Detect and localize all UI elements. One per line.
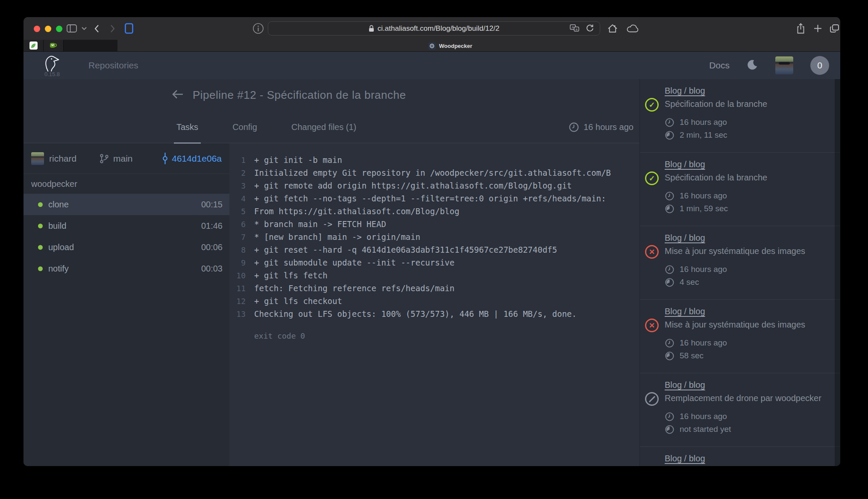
pinned-tab-gitea[interactable] (44, 40, 64, 51)
home-button[interactable] (606, 17, 619, 40)
task-notify[interactable]: notify 00:03 (23, 258, 229, 279)
tab-changed-files[interactable]: Changed files (1) (291, 111, 356, 143)
tab-tasks[interactable]: Tasks (176, 111, 198, 143)
pipeline-entry[interactable]: Blog / blog Mise à jour systématique des… (640, 300, 840, 373)
repo-link[interactable]: Blog / blog (665, 454, 705, 464)
task-upload[interactable]: upload 00:06 (23, 236, 229, 258)
sidebar-toggle-button[interactable] (65, 17, 78, 40)
repo-link[interactable]: Blog / blog (665, 233, 705, 243)
log-line: 5From https://git.athaliasoft.com/Blog/b… (229, 205, 639, 218)
gitea-cup-icon (50, 41, 57, 50)
duration-icon (665, 425, 674, 434)
pipeline-entry[interactable]: Blog / blog Remplacement de drone par wo… (640, 447, 840, 466)
close-window-button[interactable] (34, 26, 40, 32)
pipeline-finished-time: 16 hours ago (569, 122, 633, 133)
back-button[interactable] (92, 17, 101, 40)
task-group-label: woodpecker (23, 174, 229, 194)
log-line: 4+ git fetch --no-tags --depth=1 --filte… (229, 192, 639, 205)
nav-repositories[interactable]: Repositories (88, 60, 138, 71)
pipeline-tabs: Tasks Config Changed files (1) 16 hours … (23, 111, 639, 143)
lock-icon (369, 25, 374, 32)
active-tab[interactable] (117, 40, 840, 51)
log-line: 6* branch main -> FETCH_HEAD (229, 218, 639, 230)
tab-config[interactable]: Config (232, 111, 257, 143)
address-bar[interactable]: ci.athaliasoft.com/Blog/blog/build/12/2 … (268, 21, 600, 35)
entry-time: 16 hours ago (665, 189, 829, 202)
commit-message: Mise à jour systématique des images (665, 320, 829, 330)
woodpecker-logo[interactable]: 0.15.8 (40, 53, 65, 77)
entry-duration: 58 sec (665, 349, 829, 362)
repo-link[interactable]: Blog / blog (665, 159, 705, 169)
build-meta: richard main (23, 143, 229, 174)
page-info-button[interactable] (252, 17, 264, 40)
browser-toolbar: ci.athaliasoft.com/Blog/blog/build/12/2 … (23, 17, 840, 40)
pipeline-entry[interactable]: Blog / blog Remplacement de drone par wo… (640, 373, 840, 447)
traffic-lights (34, 26, 62, 32)
git-commit-icon (162, 153, 168, 164)
duration-icon (665, 278, 674, 287)
share-button[interactable] (795, 17, 806, 40)
repo-link[interactable]: Blog / blog (665, 307, 705, 316)
repo-link[interactable]: Blog / blog (665, 380, 705, 390)
pipelines-panel: Blog / blog Spécification de la branche … (639, 79, 840, 466)
new-tab-button[interactable] (812, 17, 823, 40)
log-line: 3+ git remote add origin https://git.ath… (229, 179, 639, 192)
build-sidebar: richard main (23, 143, 229, 466)
entry-time: 16 hours ago (665, 410, 829, 423)
pipeline-entry[interactable]: Blog / blog Spécification de la branche … (640, 79, 840, 153)
nav-docs[interactable]: Docs (709, 60, 730, 71)
active-tab-label-group[interactable]: Woodpecker (428, 40, 472, 52)
reload-button[interactable] (586, 24, 594, 34)
log-line: 9+ git submodule update --init --recursi… (229, 256, 639, 269)
author-name: richard (49, 154, 100, 164)
forward-button[interactable] (108, 17, 117, 40)
log-line: 8+ git reset --hard -q 4614d1e06a3dabf31… (229, 243, 639, 256)
log-line: 2Initialized empty Git repository in /wo… (229, 166, 639, 179)
chevron-down-icon[interactable] (80, 17, 88, 40)
back-button-pipeline[interactable] (171, 89, 184, 101)
dark-mode-toggle[interactable] (747, 59, 758, 72)
task-status-dot (38, 266, 43, 271)
task-clone[interactable]: clone 00:15 (23, 194, 229, 215)
entry-duration: 2 min, 11 sec (665, 129, 829, 142)
translate-icon[interactable]: Aa (570, 24, 579, 34)
minimize-window-button[interactable] (45, 26, 51, 32)
log-line: 1+ git init -b main (229, 154, 639, 166)
task-status-dot (38, 224, 43, 228)
commit-link[interactable]: 4614d1e06a (162, 153, 222, 164)
pipeline-entry[interactable]: Blog / blog Spécification de la branche … (640, 153, 840, 226)
task-build[interactable]: build 01:46 (23, 215, 229, 236)
log-output: 1+ git init -b main 2Initialized empty G… (229, 143, 639, 466)
icloud-tabs-icon[interactable] (625, 17, 640, 40)
zoom-window-button[interactable] (56, 26, 62, 32)
commit-message: Remplacement de drone par woodpecker (665, 393, 829, 403)
clock-icon (665, 338, 674, 348)
clock-icon (665, 412, 674, 422)
pipeline-title: Pipeline #12 - Spécification de la branc… (193, 89, 406, 102)
status-failure-icon (645, 319, 659, 332)
pinned-tab-leaf[interactable] (23, 40, 44, 51)
duration-icon (665, 204, 674, 214)
pipeline-entry[interactable]: Blog / blog Mise à jour systématique des… (640, 226, 840, 300)
repo-link[interactable]: Blog / blog (665, 86, 705, 96)
task-status-dot (38, 245, 43, 250)
clock-icon (665, 118, 674, 127)
duration-icon (665, 130, 674, 140)
author-avatar (31, 152, 44, 165)
app-version: 0.15.8 (44, 71, 60, 77)
clock-icon (665, 265, 674, 275)
scrollbar-track[interactable] (835, 79, 840, 466)
status-failure-icon (645, 245, 659, 259)
entry-time: 16 hours ago (665, 263, 829, 276)
entry-time: 16 hours ago (665, 116, 829, 129)
exit-code: exit code 0 (229, 331, 639, 340)
queue-count-badge[interactable]: 0 (810, 56, 829, 75)
status-success-icon (645, 171, 659, 185)
woodpecker-favicon (428, 42, 436, 50)
status-not-started-icon (645, 392, 659, 406)
new-document-icon[interactable] (123, 17, 135, 40)
tab-overview-button[interactable] (828, 17, 840, 40)
user-avatar[interactable] (775, 56, 793, 74)
git-branch-icon (100, 154, 109, 164)
log-line: 10+ git lfs fetch (229, 269, 639, 282)
